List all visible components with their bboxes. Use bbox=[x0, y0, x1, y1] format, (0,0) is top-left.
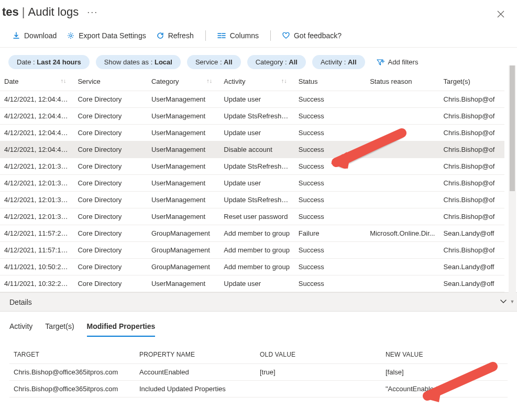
cell-reason: Microsoft.Online.Dir... bbox=[366, 225, 439, 242]
cell-category: UserManagement bbox=[147, 275, 219, 292]
table-row[interactable]: 4/12/2021, 12:04:42 ...Core DirectoryUse… bbox=[0, 91, 504, 108]
page-title: Audit logs bbox=[28, 5, 79, 19]
cell-date: 4/12/2021, 12:04:42 ... bbox=[0, 125, 73, 141]
col-category[interactable]: Category↑↓ bbox=[147, 73, 219, 91]
filter-activity-pill[interactable]: Activity : All bbox=[312, 55, 365, 69]
cell-status: Success bbox=[294, 259, 366, 275]
cell-reason bbox=[366, 158, 439, 175]
add-filters-button[interactable]: Add filters bbox=[371, 56, 424, 68]
cell-targets: Chris.Bishop@of bbox=[439, 141, 504, 158]
refresh-label: Refresh bbox=[168, 31, 194, 40]
cell-targets: Chris.Bishop@of bbox=[439, 158, 504, 175]
table-row[interactable]: 4/11/2021, 10:50:24 ...Core DirectoryGro… bbox=[0, 259, 504, 275]
export-settings-button[interactable]: Export Data Settings bbox=[63, 29, 150, 42]
details-tabs: Activity Target(s) Modified Properties bbox=[9, 319, 508, 337]
cell-service: Core Directory bbox=[73, 242, 147, 259]
col-date[interactable]: Date↑↓ bbox=[0, 73, 73, 91]
col-activity[interactable]: Activity↑↓ bbox=[219, 73, 294, 91]
cell-status: Success bbox=[294, 125, 366, 141]
filter-category-pill[interactable]: Category : All bbox=[247, 55, 306, 69]
details-title: Details bbox=[9, 298, 32, 306]
cell-category: UserManagement bbox=[147, 108, 219, 125]
cell-date: 4/12/2021, 12:01:39 ... bbox=[0, 158, 73, 175]
table-row[interactable]: 4/12/2021, 12:04:42 ...Core DirectoryUse… bbox=[0, 141, 504, 158]
filter-date-pill[interactable]: Date : Last 24 hours bbox=[8, 55, 90, 69]
table-row[interactable]: 4/12/2021, 11:57:18 ...Core DirectoryGro… bbox=[0, 242, 504, 259]
table-row[interactable]: 4/11/2021, 10:32:23 ...Core DirectoryUse… bbox=[0, 275, 504, 292]
svg-point-0 bbox=[70, 35, 72, 37]
more-actions-button[interactable]: ··· bbox=[87, 7, 98, 18]
cell-category: UserManagement bbox=[147, 175, 219, 192]
sort-icon: ↑↓ bbox=[60, 78, 69, 84]
cell-targets: Chris.Bishop@of bbox=[439, 192, 504, 208]
cell-status: Success bbox=[294, 208, 366, 225]
table-row[interactable]: 4/12/2021, 12:01:38 ...Core DirectoryUse… bbox=[0, 192, 504, 208]
add-filters-label: Add filters bbox=[388, 58, 419, 66]
scrollbar-thumb[interactable] bbox=[510, 65, 515, 191]
cell-date: 4/12/2021, 12:01:38 ... bbox=[0, 208, 73, 225]
table-row[interactable]: 4/12/2021, 12:04:42 ...Core DirectoryUse… bbox=[0, 125, 504, 141]
cell-status: Success bbox=[294, 108, 366, 125]
columns-button[interactable]: Columns bbox=[213, 29, 263, 42]
cell-status: Success bbox=[294, 175, 366, 192]
page-header: tes | Audit logs ··· bbox=[0, 0, 517, 26]
col-targets[interactable]: Target(s) bbox=[439, 73, 504, 91]
cell-category: UserManagement bbox=[147, 91, 219, 108]
heart-icon bbox=[282, 32, 290, 39]
add-filter-icon bbox=[377, 59, 385, 66]
cell-date: 4/12/2021, 12:04:42 ... bbox=[0, 108, 73, 125]
col-service[interactable]: Service bbox=[73, 73, 147, 91]
cell-activity: Reset user password bbox=[219, 208, 294, 225]
cell-date: 4/12/2021, 12:04:42 ... bbox=[0, 141, 73, 158]
table-row[interactable]: 4/12/2021, 12:04:42 ...Core DirectoryUse… bbox=[0, 108, 504, 125]
table-row[interactable]: 4/12/2021, 12:01:39 ...Core DirectoryUse… bbox=[0, 158, 504, 175]
details-row: Chris.Bishop@office365itpros.comAccountE… bbox=[9, 364, 508, 381]
filter-service-pill[interactable]: Service : All bbox=[187, 55, 241, 69]
cell-service: Core Directory bbox=[73, 275, 147, 292]
details-cell-new: "AccountEnabled" bbox=[381, 381, 508, 397]
refresh-button[interactable]: Refresh bbox=[152, 29, 198, 42]
cell-reason bbox=[366, 192, 439, 208]
tab-targets[interactable]: Target(s) bbox=[45, 319, 74, 337]
cell-reason bbox=[366, 108, 439, 125]
cell-targets: Sean.Landy@off bbox=[439, 275, 504, 292]
cell-reason bbox=[366, 242, 439, 259]
cell-date: 4/12/2021, 11:57:18 ... bbox=[0, 242, 73, 259]
close-icon[interactable] bbox=[497, 9, 504, 20]
tab-modified-properties[interactable]: Modified Properties bbox=[87, 319, 156, 337]
table-row[interactable]: 4/12/2021, 12:01:38 ...Core DirectoryUse… bbox=[0, 208, 504, 225]
table-row[interactable]: 4/12/2021, 12:01:39 ...Core DirectoryUse… bbox=[0, 175, 504, 192]
col-status-reason[interactable]: Status reason bbox=[366, 73, 439, 91]
columns-icon bbox=[217, 32, 226, 39]
feedback-button[interactable]: Got feedback? bbox=[278, 29, 346, 42]
cell-category: UserManagement bbox=[147, 158, 219, 175]
cell-targets: Chris.Bishop@of bbox=[439, 108, 504, 125]
filter-show-dates-pill[interactable]: Show dates as : Local bbox=[96, 55, 181, 69]
col-status[interactable]: Status bbox=[294, 73, 366, 91]
gear-icon bbox=[67, 32, 74, 39]
cell-status: Success bbox=[294, 275, 366, 292]
tab-activity[interactable]: Activity bbox=[9, 319, 32, 337]
cell-targets: Sean.Landy@off bbox=[439, 225, 504, 242]
cell-service: Core Directory bbox=[73, 259, 147, 275]
download-icon bbox=[13, 32, 20, 39]
cell-targets: Sean.Landy@off bbox=[439, 259, 504, 275]
cell-activity: Disable account bbox=[219, 141, 294, 158]
download-button[interactable]: Download bbox=[8, 29, 61, 42]
scroll-down-arrow-icon[interactable]: ▼ bbox=[509, 299, 516, 304]
details-panel-header[interactable]: Details bbox=[0, 292, 517, 312]
details-col-property: PROPERTY NAME bbox=[135, 348, 256, 364]
table-row[interactable]: 4/12/2021, 11:57:22 ...Core DirectoryGro… bbox=[0, 225, 504, 242]
cell-date: 4/11/2021, 10:32:23 ... bbox=[0, 275, 73, 292]
details-col-new-value: NEW VALUE bbox=[381, 348, 508, 364]
cell-activity: Add member to group bbox=[219, 242, 294, 259]
cell-service: Core Directory bbox=[73, 225, 147, 242]
refresh-icon bbox=[157, 32, 164, 39]
cell-status: Success bbox=[294, 141, 366, 158]
modified-properties-table: TARGET PROPERTY NAME OLD VALUE NEW VALUE… bbox=[9, 348, 508, 397]
vertical-scrollbar[interactable]: ▲ ▼ bbox=[509, 65, 516, 305]
details-cell-target: Chris.Bishop@office365itpros.com bbox=[9, 381, 135, 397]
cell-status: Failure bbox=[294, 225, 366, 242]
cell-service: Core Directory bbox=[73, 192, 147, 208]
cell-targets: Chris.Bishop@of bbox=[439, 208, 504, 225]
